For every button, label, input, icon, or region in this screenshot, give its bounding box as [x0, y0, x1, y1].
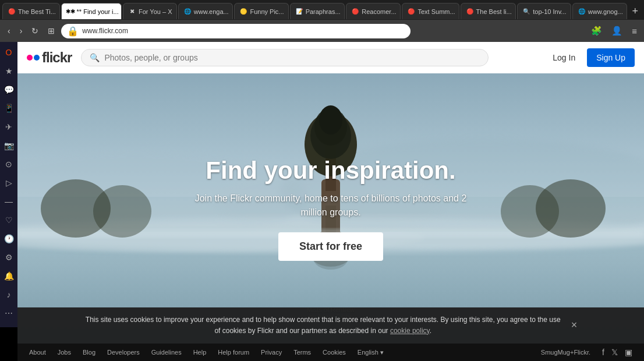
- cookie-text: This site uses cookies to improve your e…: [84, 314, 562, 337]
- footer-language-text: English: [358, 349, 378, 356]
- flickr-page: flickr 🔍 Log In Sign Up: [17, 42, 644, 361]
- sidebar-send-icon[interactable]: ▷: [3, 177, 15, 189]
- start-free-button[interactable]: Start for free: [278, 232, 383, 261]
- tab-9-favicon: 🔴: [466, 8, 474, 16]
- tab-9[interactable]: 🔴 The Best li... ✕: [461, 3, 516, 19]
- tab-5-favicon: 🟡: [239, 8, 247, 16]
- sidebar-bookmarks-icon[interactable]: ★: [3, 65, 15, 77]
- tab-7-favicon: 🔴: [351, 8, 359, 16]
- flickr-hero: Find your inspiration. Join the Flickr c…: [17, 73, 644, 344]
- tab-7-label: Reacomer...: [362, 8, 396, 15]
- footer-help[interactable]: Help: [193, 349, 207, 356]
- nav-icons: 🧩 👤 ≡: [589, 24, 639, 37]
- flickr-header: flickr 🔍 Log In Sign Up: [17, 42, 644, 73]
- sidebar-whatsapp-icon[interactable]: 📱: [3, 102, 15, 114]
- tab-8-favicon: 🔴: [407, 8, 415, 16]
- footer-blog[interactable]: Blog: [83, 349, 95, 356]
- tab-5[interactable]: 🟡 Funny Pic... ✕: [234, 3, 288, 19]
- tab-4-label: www.enga...: [194, 8, 229, 15]
- tab-11[interactable]: 🌐 www.gnog... ✕: [572, 3, 628, 19]
- sidebar-messenger-icon[interactable]: 💬: [3, 84, 15, 95]
- sidebar-divider: —: [3, 196, 15, 207]
- reload-button[interactable]: ↻: [29, 25, 41, 37]
- flickr-dot-blue: [34, 55, 40, 61]
- footer-language[interactable]: English ▾: [358, 349, 384, 356]
- extensions-icon[interactable]: 🧩: [589, 24, 604, 37]
- footer-brand: SmugMug+Flickr.: [541, 349, 590, 356]
- tab-10[interactable]: 🔍 top-10 Inv... ✕: [517, 3, 571, 19]
- more-button[interactable]: ≡: [629, 25, 639, 37]
- search-input[interactable]: [104, 53, 480, 62]
- back-button[interactable]: ‹: [5, 25, 13, 37]
- tab-11-favicon: 🌐: [578, 8, 586, 16]
- tab-8[interactable]: 🔴 Text Summ... ✕: [402, 3, 459, 19]
- sidebar-instagram-icon[interactable]: 📷: [3, 140, 15, 151]
- main-content: flickr 🔍 Log In Sign Up: [17, 42, 644, 361]
- tab-2-favicon: ✱✱: [66, 8, 75, 16]
- search-icon: 🔍: [90, 53, 100, 62]
- sidebar-settings-icon[interactable]: ⚙: [3, 252, 15, 263]
- tab-6-favicon: 📝: [295, 8, 303, 16]
- footer-social: f 𝕏 ▣: [602, 348, 632, 357]
- tab-7[interactable]: 🔴 Reacomer... ✕: [346, 3, 401, 19]
- tab-10-label: top-10 Inv...: [533, 8, 566, 15]
- tab-2-label: ** Find your i...: [77, 8, 119, 15]
- address-text: www.flickr.com: [82, 27, 405, 35]
- login-button[interactable]: Log In: [546, 49, 582, 66]
- footer-privacy[interactable]: Privacy: [261, 349, 282, 356]
- cookie-banner: This site uses cookies to improve your e…: [17, 307, 644, 344]
- sidebar-discover-icon[interactable]: ⊙: [3, 158, 15, 170]
- tab-6-label: Paraphras...: [306, 8, 341, 15]
- signup-button[interactable]: Sign Up: [587, 48, 635, 67]
- new-tab-button[interactable]: +: [628, 6, 642, 16]
- nav-bar: ‹ › ↻ ⊞ 🔒 www.flickr.com 🧩 👤 ≡: [0, 20, 644, 42]
- hero-subtitle: Join the Flickr community, home to tens …: [191, 192, 470, 220]
- tab-1[interactable]: 🔴 The Best Ti... ✕: [2, 3, 60, 19]
- footer-terms[interactable]: Terms: [293, 349, 311, 356]
- tab-2[interactable]: ✱✱ ** Find your i... ✕: [61, 3, 122, 19]
- sidebar-music-icon[interactable]: ♪: [3, 289, 15, 300]
- instagram-icon[interactable]: ▣: [625, 348, 632, 357]
- tab-3-favicon: ✖: [128, 8, 136, 16]
- browser-chrome: 🔴 The Best Ti... ✕ ✱✱ ** Find your i... …: [0, 0, 644, 42]
- sidebar-heart-icon[interactable]: ♡: [3, 214, 15, 226]
- hero-overlay: Find your inspiration. Join the Flickr c…: [17, 73, 644, 344]
- sidebar-telegram-icon[interactable]: ✈: [3, 121, 15, 133]
- flickr-logo-dots: [27, 55, 40, 61]
- footer-about[interactable]: About: [29, 349, 46, 356]
- cookie-close-button[interactable]: ×: [571, 319, 578, 331]
- facebook-icon[interactable]: f: [602, 348, 604, 357]
- tab-10-favicon: 🔍: [522, 8, 530, 16]
- tab-6[interactable]: 📝 Paraphras... ✕: [290, 3, 345, 19]
- flickr-search-bar[interactable]: 🔍: [81, 49, 489, 66]
- footer-cookies[interactable]: Cookies: [323, 349, 346, 356]
- tab-1-favicon: 🔴: [8, 8, 16, 16]
- browser-sidebar: O ★ 💬 📱 ✈ 📷 ⊙ ▷ — ♡ 🕐 ⚙ 🔔 ♪ ⋯: [0, 42, 17, 327]
- tab-8-label: Text Summ...: [417, 8, 455, 15]
- tab-1-label: The Best Ti...: [18, 8, 56, 15]
- tab-4[interactable]: 🌐 www.enga... ✕: [178, 3, 233, 19]
- sidebar-notification-icon[interactable]: 🔔: [3, 270, 15, 282]
- sidebar-opera-icon[interactable]: O: [3, 47, 15, 58]
- footer-jobs[interactable]: Jobs: [58, 349, 71, 356]
- tab-bar: 🔴 The Best Ti... ✕ ✱✱ ** Find your i... …: [0, 0, 644, 20]
- footer-developers[interactable]: Developers: [107, 349, 140, 356]
- footer-guidelines[interactable]: Guidelines: [151, 349, 182, 356]
- extensions-button[interactable]: ⊞: [45, 25, 58, 37]
- chevron-down-icon: ▾: [380, 349, 384, 356]
- sidebar-more-icon[interactable]: ⋯: [3, 307, 15, 319]
- twitter-icon[interactable]: 𝕏: [611, 348, 618, 357]
- address-bar[interactable]: 🔒 www.flickr.com: [61, 24, 411, 38]
- tab-11-label: www.gnog...: [588, 8, 623, 15]
- sidebar-history-icon[interactable]: 🕐: [3, 233, 15, 245]
- flickr-footer: About Jobs Blog Developers Guidelines He…: [17, 344, 644, 361]
- footer-help-forum[interactable]: Help forum: [218, 349, 249, 356]
- tab-3-label: For You – X: [139, 8, 172, 15]
- tab-3[interactable]: ✖ For You – X ✕: [123, 3, 177, 19]
- forward-button[interactable]: ›: [17, 25, 26, 37]
- flickr-logo[interactable]: flickr: [27, 49, 72, 66]
- profile-icon[interactable]: 👤: [609, 24, 625, 37]
- lock-icon: 🔒: [67, 26, 79, 37]
- cookie-policy-link[interactable]: cookie policy: [390, 327, 430, 335]
- flickr-logo-text: flickr: [42, 49, 72, 66]
